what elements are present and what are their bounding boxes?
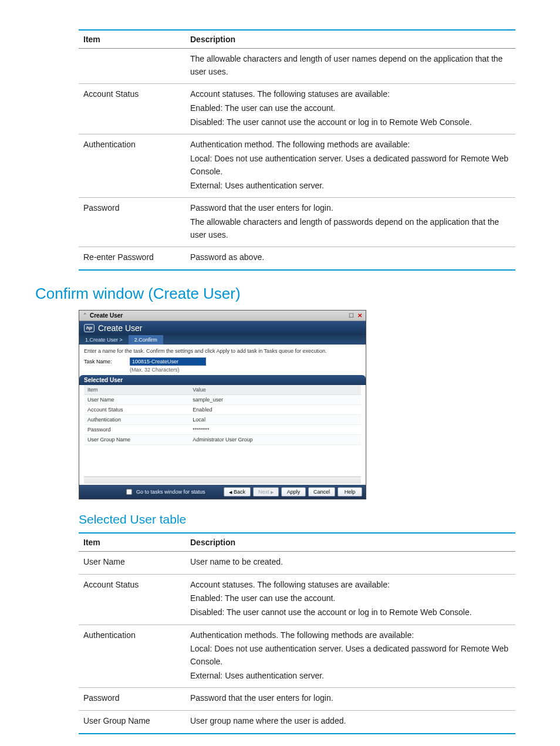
cell-description: Authentication methods. The following me… bbox=[185, 625, 515, 688]
cell-description: User group name where the user is added. bbox=[185, 711, 515, 734]
table-row: User NameUser name to be created. bbox=[79, 551, 515, 574]
table-row: Password******** bbox=[84, 424, 361, 434]
wizard-step-2[interactable]: 2.Confirm bbox=[129, 335, 163, 345]
collapse-icon[interactable]: ⌃ bbox=[83, 312, 87, 318]
subsection-heading-selected-user-table: Selected User table bbox=[79, 512, 525, 526]
table-row: User Group NameUser group name where the… bbox=[79, 711, 515, 734]
task-name-input[interactable] bbox=[130, 357, 206, 366]
cell-description: Password as above. bbox=[185, 247, 515, 270]
cell-item: Re-enter Password bbox=[79, 247, 185, 270]
table-row: User Namesample_user bbox=[84, 394, 361, 404]
table-row: Re-enter PasswordPassword as above. bbox=[79, 247, 515, 270]
cell-item: User Name bbox=[79, 551, 185, 574]
selected-user-header: Selected User bbox=[79, 375, 366, 385]
hp-logo-icon: hp bbox=[84, 324, 95, 332]
dialog-titlebar: ⌃ Create User ☐ ✕ bbox=[79, 310, 366, 321]
dialog-title: Create User bbox=[90, 312, 345, 319]
table-row: PasswordPassword that the user enters fo… bbox=[79, 198, 515, 247]
table-row: AuthenticationAuthentication methods. Th… bbox=[79, 625, 515, 688]
table-row: AuthenticationAuthentication method. The… bbox=[79, 134, 515, 198]
back-button[interactable]: ◀ Back bbox=[224, 487, 251, 497]
cell-item: Password bbox=[79, 198, 185, 247]
table-row: PasswordPassword that the user enters fo… bbox=[79, 688, 515, 711]
cell-value: Enabled bbox=[189, 404, 361, 414]
close-icon[interactable]: ✕ bbox=[357, 312, 362, 319]
cell-item: Authentication bbox=[79, 625, 185, 688]
col-header-description: Description bbox=[185, 533, 515, 552]
col-header-item: Item bbox=[79, 30, 185, 49]
dialog-brand-title: Create User bbox=[98, 323, 142, 333]
cell-description: Account statuses. The following statuses… bbox=[185, 574, 515, 625]
go-to-tasks-label: Go to tasks window for status bbox=[136, 489, 205, 495]
selected-user-description-table: Item Description User NameUser name to b… bbox=[79, 532, 515, 734]
cell-item: Account Status bbox=[79, 574, 185, 625]
table-row: Account StatusAccount statuses. The foll… bbox=[79, 574, 515, 625]
col-header-description: Description bbox=[185, 30, 515, 49]
cell-item: Password bbox=[84, 424, 189, 434]
table-row: AuthenticationLocal bbox=[84, 414, 361, 424]
table-row: The allowable characters and length of u… bbox=[79, 49, 515, 84]
create-user-confirm-dialog: ⌃ Create User ☐ ✕ hp Create User 1.Creat… bbox=[79, 310, 366, 499]
dialog-footer: Go to tasks window for status ◀ Back Nex… bbox=[79, 485, 366, 499]
cell-item: Account Status bbox=[79, 84, 185, 134]
cell-value: sample_user bbox=[189, 394, 361, 404]
cell-description: Authentication method. The following met… bbox=[185, 134, 515, 198]
help-button[interactable]: Help bbox=[338, 487, 362, 497]
cell-item: Authentication bbox=[84, 414, 189, 424]
selected-user-col-value: Value bbox=[189, 385, 361, 395]
cell-item: User Name bbox=[84, 394, 189, 404]
table-row: Account StatusEnabled bbox=[84, 404, 361, 414]
cell-description: User name to be created. bbox=[185, 551, 515, 574]
dialog-brand-bar: hp Create User bbox=[79, 321, 366, 335]
cell-item: User Group Name bbox=[79, 711, 185, 734]
selected-user-table: Item Value User Namesample_userAccount S… bbox=[84, 385, 361, 445]
cell-item: Authentication bbox=[79, 134, 185, 198]
cell-description: The allowable characters and length of u… bbox=[185, 49, 515, 84]
col-header-item: Item bbox=[79, 533, 185, 552]
cell-description: Password that the user enters for login.… bbox=[185, 198, 515, 247]
cancel-button[interactable]: Cancel bbox=[308, 487, 335, 497]
selected-user-col-item: Item bbox=[84, 385, 189, 395]
apply-button[interactable]: Apply bbox=[281, 487, 306, 497]
table-row: Account StatusAccount statuses. The foll… bbox=[79, 84, 515, 134]
task-name-hint: (Max. 32 Characters) bbox=[130, 367, 361, 373]
next-button: Next ▶ bbox=[253, 487, 279, 497]
cell-item: User Group Name bbox=[84, 434, 189, 444]
cell-value: Local bbox=[189, 414, 361, 424]
section-heading-confirm-window: Confirm window (Create User) bbox=[35, 285, 525, 303]
go-to-tasks-checkbox[interactable] bbox=[126, 489, 132, 495]
cell-value: ******** bbox=[189, 424, 361, 434]
wizard-step-1[interactable]: 1.Create User > bbox=[79, 335, 129, 345]
items-description-table-1: Item Description The allowable character… bbox=[79, 29, 515, 271]
cell-item bbox=[79, 49, 185, 84]
cell-item: Account Status bbox=[84, 404, 189, 414]
cell-value: Administrator User Group bbox=[189, 434, 361, 444]
cell-item: Password bbox=[79, 688, 185, 711]
wizard-steps: 1.Create User > 2.Confirm bbox=[79, 335, 366, 345]
cell-description: Account statuses. The following statuses… bbox=[185, 84, 515, 134]
cell-description: Password that the user enters for login. bbox=[185, 688, 515, 711]
table-row: User Group NameAdministrator User Group bbox=[84, 434, 361, 444]
dialog-instruction: Enter a name for the task. Confirm the s… bbox=[84, 348, 361, 354]
task-name-label: Task Name: bbox=[84, 357, 125, 364]
go-to-tasks-checkbox-wrap[interactable]: Go to tasks window for status bbox=[124, 487, 205, 497]
maximize-icon[interactable]: ☐ bbox=[349, 312, 354, 319]
